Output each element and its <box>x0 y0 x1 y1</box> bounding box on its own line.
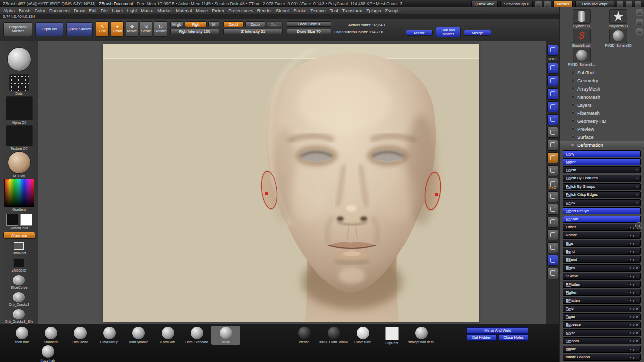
deformation-slider[interactable]: Polish By Features ○ <box>563 175 641 182</box>
deformation-slider[interactable]: Relax ○ <box>563 199 641 206</box>
grid-icon[interactable] <box>544 1 551 7</box>
palette-section[interactable]: Geometry HD <box>560 117 644 125</box>
menu-item[interactable]: Stroke <box>291 8 308 13</box>
color-picker[interactable] <box>4 179 34 207</box>
tool-slot[interactable]: SimpleBrush <box>564 29 599 47</box>
palette-section[interactable]: ArrayMesh <box>560 84 644 93</box>
palette-section[interactable]: Surface <box>560 133 644 141</box>
mirror-plugin-button[interactable]: Mirror <box>406 30 433 36</box>
current-texture-thumb[interactable] <box>6 125 33 146</box>
menu-item[interactable]: Color <box>33 8 48 13</box>
move-view-icon[interactable] <box>547 191 558 202</box>
draw-size-slider[interactable]: Draw Size 70 <box>287 29 331 34</box>
lightbox-button[interactable]: LightBox <box>35 22 63 36</box>
deformation-slider[interactable]: Squeeze x y z <box>563 321 641 328</box>
deformation-slider[interactable]: Smooth x y z <box>563 337 641 344</box>
main-color-swatch[interactable] <box>6 214 18 226</box>
menu-item[interactable]: Brush <box>17 8 33 13</box>
left-tool-item[interactable]: TrimRect <box>12 241 26 256</box>
persp-icon[interactable] <box>547 127 558 138</box>
zsub-button[interactable]: Zsub <box>245 21 265 27</box>
zbrush-document[interactable] <box>103 44 479 322</box>
current-material-thumb[interactable] <box>8 151 31 174</box>
mirror-and-weld-button[interactable]: Mirror And Weld <box>467 327 528 334</box>
polyframe-icon[interactable] <box>547 229 558 240</box>
alternate-button[interactable]: Alternate <box>3 232 35 239</box>
deformation-slider[interactable]: Rotate x y z <box>563 232 641 239</box>
transp-icon[interactable] <box>547 242 558 253</box>
deformation-slider[interactable]: SSkew x y z <box>563 273 641 280</box>
brush-item[interactable]: XMD_Cloth_Wrinkl <box>319 326 348 346</box>
menu-item[interactable]: Texture <box>308 8 328 13</box>
zadd-button[interactable]: Zadd <box>223 21 244 27</box>
bpr-icon[interactable] <box>547 45 558 56</box>
rotate-view-icon[interactable] <box>547 217 558 228</box>
deformation-slider[interactable]: Noise x y z <box>563 329 641 336</box>
mrgb-button[interactable]: Mrgb <box>170 21 183 27</box>
solo-icon[interactable] <box>547 268 558 279</box>
focal-shift-slider[interactable]: Focal Shift 0 <box>287 21 331 27</box>
left-tool-item[interactable]: Orb_Cracks3 <box>9 292 29 307</box>
menu-item[interactable]: Alpha <box>1 8 17 13</box>
see-through-slider[interactable]: See-through 0 <box>500 1 533 7</box>
menu-item[interactable]: Draw <box>72 8 87 13</box>
tool-slot[interactable]: PM3D_Sphere3... <box>564 48 599 66</box>
local-sym-icon[interactable] <box>547 152 558 163</box>
palette-section[interactable]: Layers <box>560 101 644 109</box>
note-icon[interactable] <box>617 1 623 7</box>
current-brush-thumb[interactable] <box>7 47 31 71</box>
doc-nav-icon[interactable] <box>535 1 542 7</box>
aa-half-icon[interactable] <box>547 101 558 112</box>
lsym-icon[interactable] <box>547 165 558 176</box>
zcut-button[interactable]: Zcut <box>267 21 283 27</box>
merge-button[interactable]: Merge <box>464 30 491 36</box>
deformation-slider[interactable]: Taper x y z <box>563 313 641 320</box>
deformation-slider[interactable]: Skew x y z <box>563 264 641 272</box>
deformation-slider[interactable]: Smart ReSym <box>563 207 641 214</box>
quick-sketch-button[interactable]: Quick Sketch <box>66 22 93 36</box>
tool-slot[interactable]: PM3D_Sphere3D <box>601 29 636 47</box>
deformation-slider[interactable]: RFlatten x y z <box>563 281 641 288</box>
deformation-slider[interactable]: ReSym <box>563 216 641 223</box>
m-button[interactable]: M <box>208 21 219 27</box>
menus-button[interactable]: Menus <box>553 1 573 7</box>
eye-icon[interactable] <box>636 28 643 35</box>
printer-icon[interactable] <box>626 1 632 7</box>
left-tool-item[interactable]: SliceCurve <box>11 275 28 290</box>
menu-item[interactable]: Preferences <box>226 8 255 13</box>
menu-item[interactable]: Macro <box>139 8 155 13</box>
floor-grid-icon[interactable] <box>547 140 558 151</box>
actual-size-icon[interactable] <box>547 88 558 100</box>
brush-item[interactable]: short hair <box>7 326 36 345</box>
deformation-slider[interactable]: Size x y z <box>563 240 641 247</box>
menu-item[interactable]: Material <box>174 8 194 13</box>
zoom-icon[interactable] <box>547 75 558 86</box>
brush-item[interactable]: TrimDynamic <box>124 326 153 345</box>
tool-slot[interactable]: Cylinder3D <box>564 9 599 28</box>
sculpt-canvas[interactable] <box>38 41 546 324</box>
zoom-rate-icon[interactable] <box>547 114 558 125</box>
subtool-master-button[interactable]: SubTool Master <box>436 27 461 37</box>
brush-item[interactable]: ClipRect <box>377 326 407 346</box>
move-button[interactable]: ✥Move <box>126 21 138 37</box>
brush-item[interactable]: Standard <box>36 326 65 345</box>
brush-item[interactable]: straight hair detai <box>407 326 436 346</box>
brush-item[interactable]: CurveTube <box>348 326 377 346</box>
brush-item[interactable]: frizzy hair <box>33 344 62 362</box>
palette-section[interactable]: Geometry <box>560 76 644 84</box>
edit-button[interactable]: ✎Edit <box>96 21 109 37</box>
current-stroke-thumb[interactable] <box>9 74 29 92</box>
menu-item[interactable]: Marker <box>155 8 174 13</box>
deformation-slider[interactable]: Polish Crisp Edges ○ <box>563 191 641 198</box>
palette-section[interactable]: SubTool <box>560 68 644 76</box>
deformation-slider[interactable]: Unify <box>563 150 641 157</box>
brush-item[interactable]: Dam_Standard <box>182 326 211 345</box>
menu-item[interactable]: Tool <box>328 8 340 13</box>
deformation-slider[interactable]: Flatten x y z <box>563 289 641 296</box>
brush-item[interactable]: FormSoft <box>153 326 182 345</box>
secondary-color-swatch[interactable] <box>20 214 32 226</box>
deformation-slider[interactable]: Polish By Groups ○ <box>563 183 641 190</box>
menu-item[interactable]: Light <box>125 8 139 13</box>
quicksave-button[interactable]: QuickSave <box>471 1 498 7</box>
left-tool-item[interactable]: ZModeler <box>12 258 27 273</box>
